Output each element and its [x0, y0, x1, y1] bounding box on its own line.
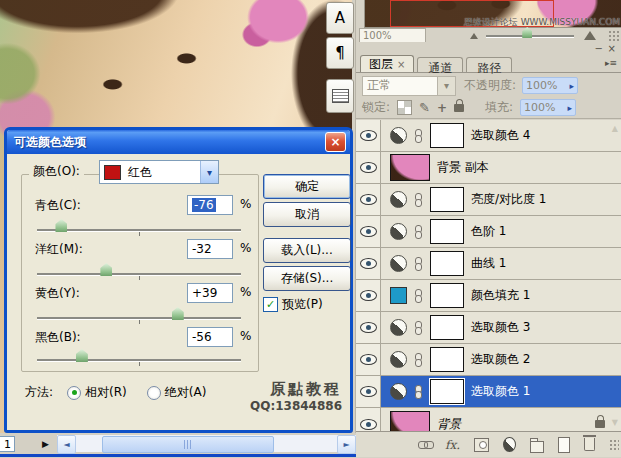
method-relative-option[interactable]: 相对(R) [67, 384, 127, 401]
tab-layers[interactable]: 图层 × [360, 55, 414, 72]
lock-position-icon[interactable]: + [437, 101, 447, 115]
layer-name[interactable]: 曲线 1 [471, 255, 506, 272]
opacity-control[interactable]: 100% ▸ [522, 77, 578, 94]
preview-option[interactable]: ✓ 预览(P) [263, 296, 323, 313]
layer-thumbnail[interactable] [390, 154, 430, 181]
new-layer-icon[interactable] [558, 437, 570, 453]
layer-mask-thumbnail[interactable] [430, 283, 464, 308]
layer-name[interactable]: 色阶 1 [471, 223, 506, 240]
lock-all-icon[interactable] [454, 104, 464, 112]
adjustment-layer-icon[interactable] [390, 191, 407, 208]
layer-name[interactable]: 背景 [437, 416, 461, 432]
layer-mask-thumbnail[interactable] [430, 219, 464, 244]
lock-paint-icon[interactable]: ✎ [419, 100, 430, 115]
dialog-title-bar[interactable]: 可选颜色选项 × [7, 130, 350, 154]
layer-name[interactable]: 选取颜色 2 [471, 351, 530, 368]
horizontal-scrollbar[interactable]: ◄ ► [57, 435, 356, 452]
layer-row-background-copy[interactable]: 背景 副本 [356, 152, 621, 184]
visibility-toggle[interactable] [356, 344, 381, 375]
layer-name[interactable]: 亮度/对比度 1 [471, 191, 547, 208]
new-group-icon[interactable] [530, 441, 544, 453]
yellow-slider[interactable] [37, 317, 241, 319]
fill-control[interactable]: 100% ▸ [520, 99, 576, 116]
layer-row-color-fill-1[interactable]: 颜色填充 1 [356, 280, 621, 312]
cyan-slider[interactable] [37, 229, 241, 231]
delete-layer-icon[interactable] [584, 438, 596, 451]
scroll-right-icon[interactable]: ► [337, 435, 356, 454]
layer-row-selective-color-1[interactable]: 选取颜色 1 [356, 376, 621, 408]
adjustment-layer-icon[interactable] [390, 127, 407, 144]
status-zoom-field[interactable]: 1 [0, 436, 15, 452]
zoom-in-icon[interactable] [584, 31, 596, 40]
cyan-value-input[interactable]: -76 [187, 195, 233, 215]
black-value-input[interactable]: -56 [187, 327, 233, 347]
visibility-toggle[interactable] [356, 280, 381, 311]
layer-row-selective-color-2[interactable]: 选取颜色 2 [356, 344, 621, 376]
paragraph-panel-button[interactable]: ¶ [326, 37, 354, 69]
layer-row-selective-color-4[interactable]: 选取颜色 4 [356, 120, 621, 152]
visibility-toggle[interactable] [356, 184, 381, 215]
layer-thumbnail[interactable] [390, 411, 430, 432]
panel-menu-icon[interactable]: ▸≡ [605, 58, 617, 68]
magenta-slider[interactable] [37, 273, 241, 275]
status-menu-icon[interactable]: ▶ [42, 439, 49, 449]
visibility-toggle[interactable] [356, 376, 381, 407]
character-panel-button[interactable]: A [326, 2, 354, 34]
adjustment-layer-icon[interactable] [390, 223, 407, 240]
adjustment-layer-icon[interactable] [390, 383, 407, 400]
radio-selected-icon[interactable] [67, 386, 81, 400]
panel-resize-grip[interactable] [609, 439, 619, 451]
visibility-toggle[interactable] [356, 312, 381, 343]
layer-row-brightness-contrast-1[interactable]: 亮度/对比度 1 [356, 184, 621, 216]
panel-resize-grip[interactable] [608, 30, 620, 42]
dialog-close-button[interactable]: × [325, 132, 346, 152]
radio-unselected-icon[interactable] [147, 386, 161, 400]
fill-color-swatch[interactable] [390, 287, 407, 304]
layer-mask-thumbnail[interactable] [430, 347, 464, 372]
layer-mask-thumbnail[interactable] [430, 187, 464, 212]
fill-spinner-icon[interactable]: ▸ [568, 103, 573, 113]
tab-channels[interactable]: 通道 [417, 57, 463, 72]
scroll-down-icon[interactable]: ▼ [612, 419, 618, 427]
layer-row-background[interactable]: 背景 [356, 408, 621, 431]
ok-button[interactable]: 确定 [263, 174, 351, 199]
scrollbar-thumb[interactable] [102, 436, 274, 453]
layer-row-curves-1[interactable]: 曲线 1 [356, 248, 621, 280]
layer-row-selective-color-3[interactable]: 选取颜色 3 [356, 312, 621, 344]
method-absolute-option[interactable]: 绝对(A) [147, 384, 207, 401]
load-button[interactable]: 载入(L)... [263, 238, 351, 263]
save-button[interactable]: 存储(S)... [263, 266, 351, 291]
navigator-zoom-input[interactable]: 100% [359, 28, 426, 43]
preview-checkbox[interactable]: ✓ [263, 297, 278, 312]
palette-well-button[interactable] [326, 79, 354, 113]
navigator-zoom-slider[interactable] [486, 35, 574, 37]
layer-mask-thumbnail[interactable] [430, 251, 464, 276]
zoom-out-icon[interactable] [470, 33, 478, 39]
visibility-toggle[interactable] [356, 120, 381, 151]
tab-paths[interactable]: 路径 [466, 57, 512, 72]
layer-name[interactable]: 选取颜色 3 [471, 319, 530, 336]
panel-close-button[interactable]: × [608, 43, 616, 54]
yellow-value-input[interactable]: +39 [187, 283, 233, 303]
blend-mode-select[interactable]: 正常 ▾ [362, 76, 456, 96]
adjustment-layer-icon[interactable] [390, 255, 407, 272]
combo-arrow-icon[interactable]: ▾ [200, 161, 218, 183]
layer-mask-thumbnail[interactable] [430, 123, 464, 148]
add-mask-icon[interactable] [474, 438, 489, 452]
lock-transparency-icon[interactable] [397, 100, 412, 115]
link-layers-icon[interactable] [418, 441, 431, 449]
visibility-toggle[interactable] [356, 216, 381, 247]
opacity-spinner-icon[interactable]: ▸ [570, 81, 575, 91]
visibility-toggle[interactable] [356, 408, 381, 431]
layer-mask-thumbnail[interactable] [430, 379, 464, 404]
layer-name[interactable]: 颜色填充 1 [471, 287, 530, 304]
magenta-value-input[interactable]: -32 [187, 239, 233, 259]
adjustment-layer-icon[interactable] [390, 351, 407, 368]
layer-mask-thumbnail[interactable] [430, 315, 464, 340]
layer-name[interactable]: 背景 副本 [437, 159, 489, 176]
layer-row-levels-1[interactable]: 色阶 1 [356, 216, 621, 248]
new-adjustment-layer-icon[interactable] [503, 437, 516, 452]
black-slider[interactable] [37, 359, 241, 361]
visibility-toggle[interactable] [356, 152, 381, 183]
visibility-toggle[interactable] [356, 248, 381, 279]
